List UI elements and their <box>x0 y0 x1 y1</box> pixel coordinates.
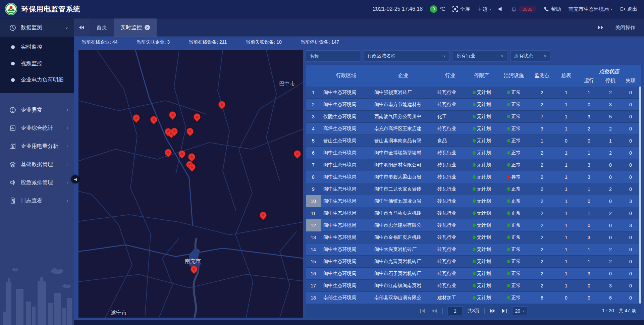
table-row[interactable]: 6阆中生态环境局阆中市金博瑞新型墙材砖瓦行业无计划正常21120 <box>306 147 641 159</box>
table-row[interactable]: 14阆中生态环境局阆中大兴页岩机砖厂砖瓦行业无计划正常21120 <box>306 243 641 256</box>
table-row[interactable]: 18南部生态环境局南部县双华山润有限公建材加工无计划正常60060 <box>306 292 641 304</box>
sidebar-item-enterprise-statistics[interactable]: 企业综合统计 ‹ <box>0 119 74 137</box>
status-dot-green <box>473 199 476 203</box>
sidebar-item-realtime-monitoring[interactable]: 实时监控 <box>0 39 74 55</box>
tab-close-icon[interactable]: ✕ <box>145 25 150 30</box>
fullscreen-button[interactable]: 全屏 <box>452 6 470 12</box>
page-number-input[interactable] <box>447 307 463 315</box>
cell-total-meter: 1 <box>554 223 578 228</box>
status-dot <box>507 272 510 275</box>
table-row[interactable]: 7阆中生态环境局阆中明阳建材有限公司砖瓦行业无计划正常21300 <box>306 159 641 171</box>
region-filter-select[interactable]: 行政区域名称 ∨ <box>364 50 449 62</box>
column-header-region: 行政区域 <box>321 72 372 79</box>
notifications[interactable]: 2632 <box>511 6 536 12</box>
cell-run-count: 3 <box>578 162 600 168</box>
cell-stop-limit: 无计划 <box>466 247 498 253</box>
filter-bar: 行政区域名称 ∨ 所有行业 ∨ 所有状态 ∨ <box>306 50 641 62</box>
first-page-button[interactable] <box>420 308 426 314</box>
name-filter-input[interactable] <box>306 50 360 62</box>
table-row[interactable]: 4高坪生态环境局南充市高坪区王家店建砖瓦行业无计划正常31220 <box>306 123 641 135</box>
sidebar-item-enterprise-abnormal[interactable]: 企业异常 ‹ <box>0 101 74 119</box>
sidebar-item-label: 基础数据管理 <box>21 161 67 168</box>
tabs-scroll-left-button[interactable] <box>74 18 90 37</box>
row-number: 10 <box>306 195 321 207</box>
cell-halt-count: 3 <box>600 102 621 107</box>
table-row[interactable]: 3仪陇生态环境局西南油气田分公司川中化工无计划正常71350 <box>306 111 641 123</box>
chevron-left-icon: ‹ <box>67 144 68 149</box>
table-row[interactable]: 12阆中生态环境局阆中市忠信建材有限公砖瓦行业无计划正常21003 <box>306 219 641 231</box>
table-row[interactable]: 17阆中生态环境局阆中市江南镇阆南页岩砖瓦行业无计划正常21030 <box>306 280 641 292</box>
cell-monitor-count: 2 <box>530 102 554 107</box>
status-dot <box>507 211 510 215</box>
next-page-button[interactable] <box>489 308 496 314</box>
sidebar-item-emergency-reduction[interactable]: 应急减排管理 ‹ <box>0 173 74 192</box>
sidebar-item-power-analysis[interactable]: 企业用电量分析 ‹ <box>0 137 74 155</box>
cell-region: 仪陇生态环境局 <box>321 114 372 120</box>
cell-industry: 砖瓦行业 <box>435 186 466 192</box>
tab-home[interactable]: 首页 <box>90 18 114 37</box>
datetime: 2021-02-25 17:46:18 <box>373 6 423 12</box>
sidebar-item-video-monitoring[interactable]: 视频监控 <box>0 55 74 72</box>
column-header-halt: 停机 <box>600 77 621 84</box>
logout-button[interactable]: 退出 <box>620 6 637 12</box>
table-row[interactable]: 8阆中生态环境局阆中市枣碧大梁山页岩砖瓦行业无计划异常21300 <box>306 171 641 183</box>
cell-company: 阆中明阳建材有限公司 <box>372 162 435 168</box>
page-size-select[interactable]: 20 ∨ <box>512 307 528 315</box>
status-dot <box>507 223 510 227</box>
cell-region: 阆中生态环境局 <box>321 150 372 156</box>
cell-monitor-count: 2 <box>530 259 554 264</box>
double-right-icon[interactable] <box>598 25 603 30</box>
cell-total-meter: 1 <box>554 247 578 252</box>
table-row[interactable]: 15阆中生态环境局阆中市光富页岩机砖厂砖瓦行业无计划正常21120 <box>306 256 641 268</box>
table-row[interactable]: 9阆中生态环境局阆中市二龙长宝页岩砖砖瓦行业无计划正常21120 <box>306 183 641 195</box>
cell-industry: 砖瓦行业 <box>435 102 466 108</box>
table-row[interactable]: 13阆中生态环境局阆中市金福旺页岩机砖砖瓦行业无计划正常21300 <box>306 231 641 243</box>
prev-page-button[interactable] <box>431 308 438 314</box>
theme-dropdown[interactable]: 主题 ▾ <box>477 6 491 12</box>
cell-monitor-count: 2 <box>530 199 554 204</box>
cell-monitor-count: 6 <box>530 295 554 301</box>
map-panel[interactable]: 巴中市南充市遂宁市 <box>78 50 303 318</box>
sidebar-item-data-monitoring[interactable]: 数据监测 ∨ <box>0 18 74 37</box>
cell-stop-limit: 无计划 <box>466 222 498 228</box>
table-scrollbar[interactable] <box>639 87 641 304</box>
cell-monitor-count: 2 <box>530 223 554 228</box>
table-row[interactable]: 11阆中生态环境局阆中市五马桥页岩机砖砖瓦行业无计划正常21120 <box>306 207 641 219</box>
cell-company: 阆中市江南镇阆南页岩 <box>372 283 435 289</box>
industry-filter-select[interactable]: 所有行业 ∨ <box>453 50 507 62</box>
table-row[interactable]: 2阆中生态环境局阆中市南方节能建材有砖瓦行业无计划正常21030 <box>306 99 641 111</box>
close-operations-button[interactable]: 关闭操作 <box>615 24 635 31</box>
help-button[interactable]: 帮助 <box>544 6 561 12</box>
status-dot <box>507 296 510 300</box>
tab-realtime-monitoring[interactable]: 实时监控 ✕ <box>114 18 157 37</box>
cell-stop-limit: 无计划 <box>466 162 498 168</box>
sidebar-collapse-button[interactable]: ◀ <box>71 175 79 183</box>
cell-halt-count: 2 <box>600 186 621 192</box>
table-row[interactable]: 16阆中生态环境局阆中市石子页岩机砖厂砖瓦行业无计划正常21300 <box>306 268 641 280</box>
table-row[interactable]: 5营山生态环境局营山县润丰肉食品有限食品无计划正常10010 <box>306 135 641 147</box>
cell-monitor-count: 3 <box>530 126 554 131</box>
cell-stop-limit: 无计划 <box>466 90 498 96</box>
status-filter-select[interactable]: 所有状态 ∨ <box>511 50 550 62</box>
double-left-icon <box>79 25 85 30</box>
table-row[interactable]: 1阆中生态环境局阆中强锐页岩砖厂砖瓦行业无计划正常21120 <box>306 87 641 99</box>
cell-stop-limit: 无计划 <box>466 295 498 301</box>
status-dot <box>507 175 510 179</box>
cell-lost-count: 0 <box>621 211 640 216</box>
cell-region: 阆中生态环境局 <box>321 271 372 277</box>
sidebar-item-log-view[interactable]: 日志查看 ‹ <box>0 192 74 210</box>
sidebar-item-label: 实时监控 <box>21 44 42 51</box>
table-row[interactable]: 10阆中生态环境局阆中千佛镇五郎垭页岩砖瓦行业无计划正常21003 <box>306 195 641 207</box>
status-dot-green <box>473 260 476 263</box>
cell-stop-limit: 无计划 <box>466 174 498 180</box>
sidebar-item-base-data[interactable]: 基础数据管理 ‹ <box>0 155 74 173</box>
last-page-button[interactable] <box>500 308 507 314</box>
org-dropdown[interactable]: 南充市生态环境局 ▾ <box>569 6 612 12</box>
cell-run-count: 0 <box>578 295 600 301</box>
cell-total-meter: 1 <box>554 271 578 276</box>
status-filter-value: 所有状态 <box>514 53 533 59</box>
sound-button[interactable] <box>498 6 504 12</box>
fullscreen-icon <box>452 6 458 12</box>
sidebar-submenu: 实时监控 视频监控 企业电力负荷明细 <box>0 37 74 93</box>
sidebar-item-power-load-detail[interactable]: 企业电力负荷明细 <box>0 72 74 88</box>
